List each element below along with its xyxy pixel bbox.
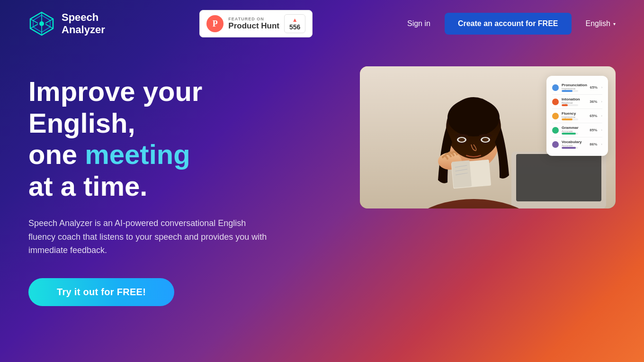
- analysis-panel: Pronunciation Impressive 65% › Intonatio…: [546, 76, 608, 156]
- analysis-label: Pronunciation: [562, 83, 587, 87]
- analysis-bar-container: [562, 104, 578, 106]
- hero-section: Improve your English, one meeting at a t…: [0, 47, 644, 306]
- analysis-label: Intonation: [562, 97, 587, 101]
- analysis-label: Vocabulary: [562, 140, 587, 144]
- ph-votes-box: ▲ 556: [284, 14, 305, 33]
- logo-analyzer: Analyzer: [62, 24, 105, 36]
- sign-in-button[interactable]: Sign in: [407, 19, 430, 28]
- svg-point-3: [39, 21, 44, 26]
- hero-title-line1: Improve your English,: [28, 76, 202, 138]
- analysis-score: 36%: [590, 100, 597, 104]
- analysis-dot: [552, 84, 559, 91]
- analysis-chevron-icon: ›: [601, 85, 603, 90]
- analysis-chevron-icon: ›: [601, 142, 602, 146]
- analysis-dot: [552, 141, 559, 148]
- analysis-bar-container: [562, 133, 578, 135]
- analysis-sublabel: Impressive: [562, 116, 587, 118]
- hero-title: Improve your English, one meeting at a t…: [28, 76, 294, 202]
- logo-speech: Speech: [62, 11, 105, 24]
- ph-name: Product Hunt: [228, 21, 279, 31]
- analysis-content: Fluency Impressive: [562, 111, 587, 120]
- hero-title-line3: at a time.: [28, 171, 147, 201]
- analysis-bar-container: [562, 118, 578, 120]
- svg-rect-12: [516, 154, 601, 201]
- analysis-sublabel: Impressive: [562, 87, 587, 90]
- hero-description: Speech Analyzer is an AI-powered convers…: [28, 217, 275, 257]
- hero-image: Pronunciation Impressive 65% › Intonatio…: [360, 66, 616, 208]
- ph-votes-arrow-icon: ▲: [292, 17, 298, 23]
- analysis-chevron-icon: ›: [601, 114, 602, 118]
- analysis-score: 65%: [590, 85, 598, 90]
- nav-right: Sign in Create an account for FREE Engli…: [407, 13, 616, 35]
- analysis-score: 85%: [590, 128, 597, 132]
- analysis-dot: [552, 127, 559, 134]
- analysis-content: Grammar Accurate: [562, 126, 587, 135]
- ph-text: FEATURED ON Product Hunt: [228, 17, 279, 31]
- analysis-bar-container: [562, 90, 578, 92]
- analysis-bar-fill: [562, 147, 576, 149]
- analysis-dot: [552, 113, 559, 119]
- analysis-chevron-icon: ›: [601, 100, 602, 104]
- analysis-label: Fluency: [562, 111, 587, 116]
- svg-point-17: [447, 99, 500, 136]
- analysis-bar-fill: [562, 118, 572, 120]
- chevron-down-icon: ▾: [613, 21, 616, 27]
- logo-text: Speech Analyzer: [62, 11, 105, 36]
- analysis-item: Intonation Beginner 36% ›: [552, 95, 602, 109]
- analysis-bar-fill: [562, 90, 572, 92]
- hero-title-line2-plain: one: [28, 139, 85, 170]
- analysis-content: Intonation Beginner: [562, 97, 587, 106]
- analysis-dot: [552, 99, 559, 105]
- analysis-chevron-icon: ›: [601, 128, 602, 132]
- svg-point-21: [482, 138, 489, 142]
- try-free-button[interactable]: Try it out for FREE!: [28, 278, 174, 306]
- analysis-item: Vocabulary Accurate 86% ›: [552, 137, 602, 151]
- analysis-item: Grammar Accurate 85% ›: [552, 123, 602, 137]
- ph-votes-count: 556: [289, 23, 300, 31]
- analysis-item: Fluency Impressive 65% ›: [552, 109, 602, 123]
- hero-title-highlight: meeting: [85, 139, 190, 170]
- language-selector[interactable]: English ▾: [586, 19, 616, 28]
- hero-left: Improve your English, one meeting at a t…: [28, 66, 294, 306]
- navbar: Speech Analyzer P FEATURED ON Product Hu…: [0, 0, 644, 47]
- ph-featured-label: FEATURED ON: [228, 17, 279, 21]
- logo-area: Speech Analyzer: [28, 10, 105, 37]
- product-hunt-badge[interactable]: P FEATURED ON Product Hunt ▲ 556: [199, 10, 313, 37]
- create-account-button[interactable]: Create an account for FREE: [445, 13, 572, 35]
- analysis-score: 86%: [590, 142, 597, 146]
- language-label: English: [586, 19, 610, 28]
- analysis-label: Grammar: [562, 126, 587, 130]
- logo-icon: [28, 10, 55, 37]
- analysis-content: Vocabulary Accurate: [562, 140, 587, 149]
- analysis-item: Pronunciation Impressive 65% ›: [552, 81, 602, 95]
- analysis-content: Pronunciation Impressive: [562, 83, 587, 92]
- analysis-bar-fill: [562, 133, 576, 135]
- analysis-bar-fill: [562, 104, 568, 106]
- analysis-bar-container: [562, 147, 578, 149]
- hero-right: Pronunciation Impressive 65% › Intonatio…: [360, 66, 616, 208]
- ph-icon: P: [206, 15, 224, 32]
- svg-point-20: [458, 138, 465, 142]
- analysis-score: 65%: [590, 114, 597, 118]
